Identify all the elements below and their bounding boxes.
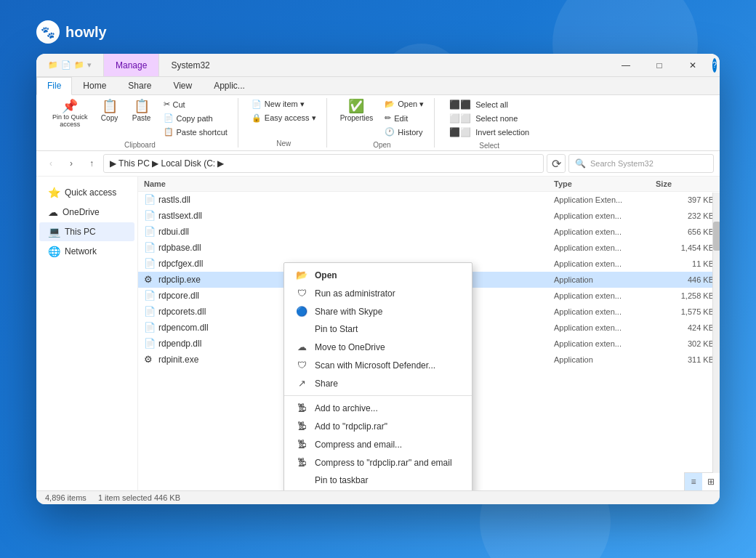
refresh-button[interactable]: ⟳ bbox=[547, 154, 566, 173]
back-button[interactable]: ‹ bbox=[42, 155, 60, 172]
copy-path-button[interactable]: 📄 Copy path bbox=[159, 112, 232, 124]
forward-button[interactable]: › bbox=[63, 155, 80, 172]
ribbon-tab-share[interactable]: Share bbox=[117, 77, 162, 94]
invert-selection-label: Invert selection bbox=[475, 128, 529, 137]
howly-wordmark: howly bbox=[65, 24, 107, 41]
open-buttons: ✅ Properties 📂 Open ▾ ✏ Edit � bbox=[336, 98, 429, 138]
ctx-label-3: Pin to Start bbox=[315, 324, 460, 334]
context-menu-item-add-to-rdpcliprar[interactable]: 🗜 Add to "rdpclip.rar" bbox=[284, 417, 472, 435]
history-button[interactable]: 🕐 History bbox=[380, 126, 428, 138]
ctx-label-9: Compress and email... bbox=[315, 440, 460, 450]
ribbon-tab-applic[interactable]: Applic... bbox=[203, 77, 256, 94]
sidebar: ⭐ Quick access ☁ OneDrive 💻 This PC 🌐 Ne… bbox=[36, 177, 138, 490]
open-button[interactable]: 📂 Open ▾ bbox=[380, 98, 428, 110]
paste-shortcut-icon: 📋 bbox=[164, 127, 174, 137]
edit-button[interactable]: ✏ Edit bbox=[380, 112, 428, 124]
cut-button[interactable]: ✂ Cut bbox=[159, 98, 232, 110]
context-menu-item-move-to-onedrive[interactable]: ☁ Move to OneDrive bbox=[284, 338, 472, 356]
file-area: Name Type Size 📄 rastls.dll Application … bbox=[138, 177, 720, 490]
select-group: ⬛⬛ Select all ⬜⬜ Select none ⬛⬜ Invert s… bbox=[438, 98, 541, 147]
open-label: Open ▾ bbox=[398, 100, 424, 109]
ctx-label-11: Pin to taskbar bbox=[315, 475, 460, 485]
sidebar-item-onedrive[interactable]: ☁ OneDrive bbox=[39, 203, 134, 222]
ctx-label-4: Move to OneDrive bbox=[315, 342, 460, 352]
manage-tab-label: Manage bbox=[116, 60, 147, 70]
ctx-label-1: Run as administrator bbox=[315, 288, 460, 299]
onedrive-icon: ☁ bbox=[48, 206, 58, 218]
select-all-icon: ⬛⬛ bbox=[449, 100, 471, 110]
new-item-button[interactable]: 📄 New item ▾ bbox=[247, 98, 321, 110]
close-button[interactable]: ✕ bbox=[676, 54, 709, 77]
paste-icon: 📋 bbox=[134, 100, 150, 113]
title-tab-manage[interactable]: Manage bbox=[104, 54, 159, 76]
search-bar[interactable]: 🔍 Search System32 bbox=[568, 154, 714, 173]
context-menu-item-open[interactable]: 📂 Open bbox=[284, 266, 472, 284]
help-button[interactable]: ? bbox=[712, 58, 717, 73]
ribbon-tab-home[interactable]: Home bbox=[72, 77, 117, 94]
ctx-label-5: Scan with Microsoft Defender... bbox=[315, 360, 460, 371]
copy-path-icon: 📄 bbox=[164, 113, 174, 123]
title-bar-system32: System32 bbox=[159, 60, 221, 70]
pin-icon: 📌 bbox=[62, 100, 78, 113]
breadcrumb[interactable]: ▶ This PC ▶ Local Disk (C: ▶ bbox=[103, 154, 544, 173]
this-pc-label: This PC bbox=[65, 227, 96, 237]
quick-access-label: Quick access bbox=[65, 187, 116, 198]
easy-access-button[interactable]: 🔒 Easy access ▾ bbox=[247, 112, 321, 124]
context-menu-item-share[interactable]: ↗ Share bbox=[284, 374, 472, 392]
window-controls: — □ ✕ ? bbox=[609, 54, 720, 77]
copy-button[interactable]: 📋 Copy bbox=[95, 98, 124, 124]
maximize-button[interactable]: □ bbox=[643, 54, 676, 77]
paste-shortcut-button[interactable]: 📋 Paste shortcut bbox=[159, 126, 232, 138]
howly-logo: 🐾 howly bbox=[36, 20, 107, 44]
home-tab-label: Home bbox=[83, 81, 106, 91]
context-menu: 📂 Open 🛡 Run as administrator 🔵 Share wi… bbox=[284, 262, 472, 490]
context-menu-item-add-to-archive[interactable]: 🗜 Add to archive... bbox=[284, 399, 472, 417]
properties-button[interactable]: ✅ Properties bbox=[336, 98, 378, 124]
ribbon-tab-file[interactable]: File bbox=[36, 77, 72, 95]
select-all-button[interactable]: ⬛⬛ Select all bbox=[443, 98, 535, 111]
invert-selection-button[interactable]: ⬛⬜ Invert selection bbox=[443, 126, 535, 139]
context-menu-item-pin-to-start[interactable]: Pin to Start bbox=[284, 320, 472, 338]
open-icon: 📂 bbox=[385, 100, 395, 109]
search-icon: 🔍 bbox=[575, 158, 586, 169]
select-none-button[interactable]: ⬜⬜ Select none bbox=[443, 112, 535, 125]
select-all-label: Select all bbox=[475, 100, 508, 109]
paste-label: Paste bbox=[132, 114, 151, 122]
context-menu-item-share-with-skype[interactable]: 🔵 Share with Skype bbox=[284, 302, 472, 320]
context-menu-item-run-as-administrator[interactable]: 🛡 Run as administrator bbox=[284, 284, 472, 302]
ctx-icon-0: 📂 bbox=[296, 270, 307, 280]
ctx-icon-7: 🗜 bbox=[296, 403, 307, 413]
open-label: Open bbox=[373, 138, 390, 149]
minimize-button[interactable]: — bbox=[609, 54, 643, 77]
ctx-icon-5: 🛡 bbox=[296, 360, 307, 371]
sidebar-item-network[interactable]: 🌐 Network bbox=[39, 242, 134, 261]
ribbon-content-wrapper: 📌 Pin to Quickaccess 📋 Copy 📋 Paste ✂ bbox=[36, 95, 720, 151]
ctx-icon-2: 🔵 bbox=[296, 306, 307, 317]
context-menu-item-scan-with-microsoft-defender[interactable]: 🛡 Scan with Microsoft Defender... bbox=[284, 356, 472, 374]
pin-to-quick-access-button[interactable]: 📌 Pin to Quickaccess bbox=[48, 98, 92, 130]
copy-path-label: Copy path bbox=[177, 114, 213, 123]
context-menu-item-compress-to-rdpcliprar-and-email[interactable]: 🗜 Compress to "rdpclip.rar" and email bbox=[284, 453, 472, 472]
ctx-label-6: Share bbox=[315, 379, 460, 389]
ribbon-tab-view[interactable]: View bbox=[162, 77, 203, 94]
sidebar-item-quick-access[interactable]: ⭐ Quick access bbox=[39, 183, 134, 202]
paste-shortcut-label: Paste shortcut bbox=[177, 128, 228, 137]
sidebar-item-this-pc[interactable]: 💻 This PC bbox=[39, 222, 134, 241]
ctx-icon-6: ↗ bbox=[296, 378, 307, 389]
edit-label: Edit bbox=[394, 114, 408, 123]
ribbon-tabs: File Home Share View Applic... bbox=[36, 77, 720, 95]
clipboard-extra: ✂ Cut 📄 Copy path 📋 Paste shortcut bbox=[159, 98, 232, 138]
search-placeholder: Search System32 bbox=[590, 159, 654, 168]
context-menu-overlay: 📂 Open 🛡 Run as administrator 🔵 Share wi… bbox=[138, 177, 720, 490]
context-menu-item-compress-and-email[interactable]: 🗜 Compress and email... bbox=[284, 435, 472, 453]
context-menu-item-pin-to-taskbar[interactable]: Pin to taskbar bbox=[284, 472, 472, 489]
file-tab-label: File bbox=[47, 81, 61, 91]
ctx-label-8: Add to "rdpclip.rar" bbox=[315, 421, 460, 432]
new-item-icon: 📄 bbox=[252, 100, 262, 109]
up-button[interactable]: ↑ bbox=[83, 155, 100, 172]
easy-access-label: Easy access ▾ bbox=[265, 113, 316, 123]
selected-info: 1 item selected 446 KB bbox=[98, 493, 180, 502]
paste-button[interactable]: 📋 Paste bbox=[127, 98, 156, 124]
onedrive-label: OneDrive bbox=[63, 207, 100, 217]
ribbon-content: 📌 Pin to Quickaccess 📋 Copy 📋 Paste ✂ bbox=[36, 95, 720, 150]
